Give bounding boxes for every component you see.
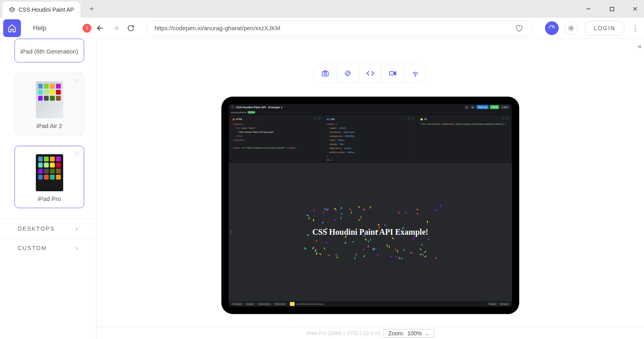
svg-point-14	[415, 76, 416, 76]
pro-badge: PRO	[248, 111, 255, 114]
footer-comments[interactable]: Comments	[257, 302, 272, 306]
device-thumbnail	[36, 81, 63, 118]
codepen-header: CSS Houdini Paint API - Example 1 ▾ ⚙ Si…	[229, 104, 512, 110]
maximize-button[interactable]	[606, 3, 617, 14]
device-card-ipad6[interactable]: iPad (6th Generation)	[14, 39, 84, 62]
panel-label: CSS	[330, 118, 335, 121]
new-tab-button[interactable]: +	[86, 3, 97, 14]
embed-button[interactable]: Embed	[499, 302, 510, 306]
browser-toolbar: Help ! LOGIN ⋮	[0, 18, 644, 39]
performance-button[interactable]	[545, 21, 559, 35]
codepen-footer: Console Assets Comments Shortcuts paintW…	[229, 301, 512, 307]
device-sidebar: iPad (6th Generation) ☆ iPad Air 2 ☆ iPa…	[0, 39, 97, 339]
workspace: « CSS Houdini Paint API - Example 1 ▾ ⚙ …	[97, 39, 644, 339]
zoom-value: 100%	[407, 330, 422, 337]
codepen-logo-icon	[231, 105, 234, 109]
collapse-panel-button[interactable]: «	[638, 43, 642, 50]
forward-button[interactable]	[109, 22, 122, 35]
delete-button[interactable]: Delete	[487, 302, 497, 306]
network-button[interactable]	[404, 64, 427, 83]
device-frame-ipad-pro: CSS Houdini Paint API - Example 1 ▾ ⚙ Si…	[221, 97, 519, 314]
svg-line-1	[10, 9, 12, 10]
category-label: CUSTOM	[18, 245, 47, 251]
footer-shortcuts[interactable]: Shortcuts	[273, 302, 287, 306]
css-editor[interactable]: CSS section { height: 100vh; font-family…	[324, 116, 417, 161]
category-label: DESKTOPS	[18, 225, 55, 232]
warning-indicator[interactable]: !	[83, 24, 91, 33]
close-button[interactable]	[630, 3, 641, 14]
rotate-button[interactable]	[336, 64, 359, 83]
device-info: iPad Pro (2048 × 2732 | 12.9 in)	[306, 330, 380, 336]
login-pill[interactable]: Login	[500, 105, 510, 109]
address-bar[interactable]	[146, 20, 533, 36]
device-card-ipad-air2[interactable]: ☆ iPad Air 2	[14, 73, 84, 135]
panel-label: HTML	[236, 118, 243, 121]
footer-assets[interactable]: Assets	[245, 302, 255, 306]
browser-tab[interactable]: CSS Houdini Paint AP	[2, 2, 80, 18]
svg-rect-5	[610, 7, 614, 11]
chevron-right-icon: ›	[76, 225, 78, 232]
js-badge-icon	[290, 302, 295, 306]
inspect-button[interactable]	[359, 64, 382, 83]
tab-title: CSS Houdini Paint AP	[19, 6, 74, 13]
login-button[interactable]: LOGIN	[584, 21, 625, 36]
screenshot-button[interactable]	[314, 64, 336, 83]
chevron-right-icon: ›	[76, 244, 78, 252]
svg-point-10	[324, 72, 326, 75]
panel-label: JS	[424, 118, 427, 121]
preview-pane[interactable]: 0.5x CSS Houdini Paint API Example!	[229, 163, 512, 301]
star-icon[interactable]: ☆	[74, 76, 80, 84]
status-bar: iPad Pro (2048 × 2732 | 12.9 in) Zoom: 1…	[97, 327, 644, 339]
svg-rect-13	[389, 72, 394, 75]
codepen-favicon	[9, 6, 15, 13]
js-editor[interactable]: JS CSS.paintWorklet.addModule('https://u…	[418, 116, 511, 161]
device-label: iPad Pro	[18, 195, 80, 202]
device-screen[interactable]: CSS Houdini Paint API - Example 1 ▾ ⚙ Si…	[229, 104, 512, 307]
svg-point-8	[570, 27, 572, 29]
browser-tab-bar: CSS Houdini Paint AP +	[0, 0, 644, 18]
svg-line-2	[12, 9, 14, 10]
html-icon	[233, 118, 235, 120]
device-thumbnail	[36, 154, 63, 191]
favorite-icon[interactable]	[513, 22, 524, 34]
window-controls	[583, 0, 641, 18]
codepen-subheader: anurag gharat PRO	[229, 110, 512, 114]
css-icon	[327, 118, 329, 120]
minimize-button[interactable]	[583, 3, 594, 14]
signup-button[interactable]: Sign Up	[477, 105, 488, 109]
category-custom[interactable]: CUSTOM ›	[0, 238, 96, 257]
author-label: anurag gharat	[231, 111, 246, 114]
device-label: iPad (6th Generation)	[18, 48, 80, 55]
home-button[interactable]	[3, 19, 21, 37]
reload-button[interactable]	[124, 22, 137, 35]
settings-button[interactable]	[564, 21, 578, 35]
device-label: iPad Air 2	[18, 122, 80, 129]
settings-icon[interactable]: ⚙	[470, 105, 475, 109]
svg-line-12	[346, 72, 349, 75]
zoom-control[interactable]: Zoom: 100% ⌄	[384, 329, 434, 338]
star-icon[interactable]: ☆	[74, 149, 80, 157]
pen-title: CSS Houdini Paint API - Example 1	[236, 106, 283, 109]
footer-console[interactable]: Console	[231, 302, 243, 306]
help-link[interactable]: Help	[23, 25, 56, 32]
js-icon	[421, 118, 423, 120]
editor-panels: HTML <section> <h1 class="hero"> CSS Hou…	[229, 114, 512, 163]
html-editor[interactable]: HTML <section> <h1 class="hero"> CSS Hou…	[230, 116, 323, 161]
chevron-down-icon: ⌄	[425, 330, 430, 337]
dropdown-icon[interactable]: ▾	[464, 105, 469, 109]
video-button[interactable]	[382, 64, 404, 83]
device-toolbar	[314, 64, 427, 83]
device-card-ipad-pro[interactable]: ☆ iPad Pro	[14, 146, 84, 208]
worklet-label: paintWorkletGlobalScope	[296, 303, 324, 305]
save-button[interactable]: SAVE	[490, 105, 500, 109]
back-button[interactable]	[94, 22, 107, 35]
preview-heading: CSS Houdini Paint API Example!	[312, 227, 428, 237]
url-input[interactable]	[155, 25, 513, 31]
main-area: iPad (6th Generation) ☆ iPad Air 2 ☆ iPa…	[0, 39, 644, 339]
category-desktops[interactable]: DESKTOPS ›	[0, 219, 96, 238]
zoom-label: Zoom:	[388, 330, 404, 337]
menu-button[interactable]: ⋮	[630, 24, 641, 33]
